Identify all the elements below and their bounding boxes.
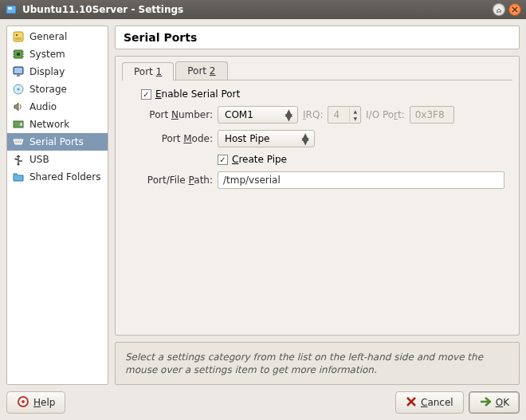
close-button[interactable]: [508, 3, 521, 16]
svg-rect-1: [8, 7, 12, 10]
create-pipe-label: Create Pipe: [232, 154, 287, 165]
svg-rect-27: [15, 159, 17, 160]
sidebar-item-audio[interactable]: Audio: [7, 98, 108, 116]
help-icon: [17, 395, 29, 410]
svg-rect-7: [15, 37, 22, 40]
svg-point-20: [18, 88, 20, 91]
enable-serial-port-label: Enable Serial Port: [155, 88, 240, 100]
port-tabs: Port 1 Port 2: [116, 57, 519, 80]
port-mode-combo[interactable]: Host Pipe ▲▼: [218, 130, 315, 147]
serial-ports-panel: Port 1 Port 2 ✓ Enable Serial Port Port …: [115, 56, 520, 336]
sidebar-item-label: USB: [29, 154, 49, 165]
settings-sidebar: General System Display Storage Audio Net…: [6, 26, 108, 385]
help-button[interactable]: Help: [6, 391, 65, 414]
disk-icon: [12, 83, 25, 96]
updown-icon: ▲▼: [301, 134, 308, 143]
sidebar-item-display[interactable]: Display: [7, 63, 108, 80]
port-file-path-field[interactable]: [218, 171, 504, 189]
svg-point-6: [16, 34, 18, 36]
sidebar-item-serial-ports[interactable]: Serial Ports: [7, 133, 108, 151]
sidebar-item-storage[interactable]: Storage: [7, 80, 108, 98]
chip-icon: [12, 48, 25, 61]
monitor-icon: [12, 65, 25, 78]
sidebar-item-label: General: [29, 31, 67, 42]
svg-point-26: [18, 163, 20, 166]
io-port-label: I/O Port:: [366, 109, 405, 120]
speaker-icon: [12, 100, 25, 113]
sidebar-item-label: Network: [29, 119, 69, 130]
updown-icon: ▲▼: [349, 108, 360, 122]
create-pipe-checkbox[interactable]: ✓ Create Pipe: [218, 154, 287, 165]
sidebar-item-network[interactable]: Network: [7, 116, 108, 133]
irq-value: [328, 107, 349, 123]
ok-button[interactable]: OK: [469, 391, 520, 414]
svg-point-25: [20, 141, 21, 142]
checkmark-icon: ✓: [218, 155, 228, 165]
enable-serial-port-checkbox[interactable]: ✓ Enable Serial Port: [141, 88, 240, 100]
sidebar-item-label: Audio: [29, 101, 57, 112]
port-1-pane: ✓ Enable Serial Port Port Number: COM1 ▲…: [122, 80, 512, 328]
dialog-buttons: Help Cancel OK: [6, 391, 520, 414]
sidebar-item-shared-folders[interactable]: Shared Folders: [7, 168, 108, 186]
app-icon: [5, 3, 18, 16]
svg-rect-22: [20, 123, 22, 126]
port-number-value: COM1: [225, 109, 253, 120]
tab-port-1[interactable]: Port 1: [122, 62, 174, 80]
window-title: Ubuntu11.10Server - Settings: [22, 4, 489, 15]
svg-point-30: [22, 400, 25, 403]
irq-label: IRQ:: [303, 109, 323, 120]
sidebar-item-label: System: [29, 49, 65, 60]
sidebar-item-general[interactable]: General: [7, 28, 108, 45]
svg-point-28: [21, 160, 22, 162]
updown-icon: ▲▼: [285, 110, 292, 120]
minimize-button[interactable]: [493, 3, 505, 16]
port-number-combo[interactable]: COM1 ▲▼: [218, 106, 298, 124]
svg-rect-18: [17, 75, 20, 77]
preferences-icon: [12, 30, 25, 43]
irq-spinbox: ▲▼: [328, 106, 361, 124]
svg-rect-9: [17, 53, 20, 56]
checkmark-icon: ✓: [141, 89, 151, 100]
sidebar-item-label: Storage: [29, 84, 67, 95]
usb-icon: [12, 153, 25, 166]
folder-icon: [12, 171, 25, 183]
port-file-path-label: Port/File Path:: [130, 175, 213, 186]
sidebar-item-system[interactable]: System: [7, 45, 108, 63]
titlebar: Ubuntu11.10Server - Settings: [0, 0, 526, 19]
svg-point-23: [15, 141, 16, 142]
port-mode-value: Host Pipe: [225, 133, 269, 144]
cancel-icon: [406, 396, 417, 410]
cancel-button[interactable]: Cancel: [395, 391, 464, 414]
network-card-icon: [12, 118, 25, 131]
sidebar-item-label: Shared Folders: [29, 171, 100, 183]
svg-rect-17: [14, 68, 22, 73]
sidebar-item-label: Display: [29, 66, 65, 77]
ok-icon: [479, 396, 492, 410]
svg-rect-5: [14, 32, 23, 41]
io-port-field: [410, 106, 454, 124]
tab-port-2[interactable]: Port 2: [175, 61, 227, 80]
hint-box: Select a settings category from the list…: [115, 342, 520, 385]
page-title: Serial Ports: [115, 26, 520, 49]
port-number-label: Port Number:: [130, 109, 213, 120]
serial-port-icon: [12, 135, 25, 148]
port-mode-label: Port Mode:: [130, 133, 213, 144]
svg-point-24: [18, 141, 18, 142]
sidebar-item-label: Serial Ports: [29, 136, 84, 147]
sidebar-item-usb[interactable]: USB: [7, 151, 108, 168]
